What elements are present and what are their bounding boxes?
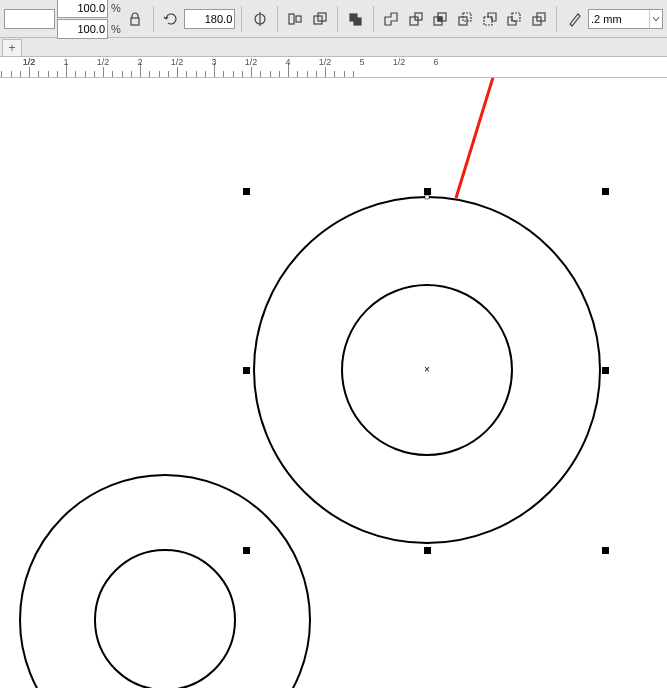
trim-icon — [408, 11, 424, 27]
intersect-button[interactable] — [429, 7, 452, 31]
order-button[interactable] — [309, 7, 332, 31]
selection-handle[interactable] — [602, 188, 609, 195]
simplify-icon — [457, 11, 473, 27]
svg-rect-4 — [296, 16, 301, 22]
chevron-down-icon — [652, 15, 660, 23]
group-icon — [347, 11, 363, 27]
front-minus-back-button[interactable] — [478, 7, 501, 31]
back-minus-front-button[interactable] — [503, 7, 526, 31]
mirror-horizontal-button[interactable] — [248, 7, 271, 31]
lock-ratio-button[interactable] — [124, 7, 147, 31]
selection-handle[interactable] — [602, 547, 609, 554]
horizontal-ruler: 11/221/231/241/251/261/21/2 — [0, 57, 667, 78]
rotation-icon-button[interactable] — [160, 7, 183, 31]
add-page-tab[interactable]: + — [2, 39, 22, 56]
create-boundary-button[interactable] — [528, 7, 551, 31]
rotate-icon — [163, 11, 179, 27]
selection-handle[interactable] — [424, 188, 431, 195]
selection-handle[interactable] — [424, 547, 431, 554]
svg-rect-16 — [484, 17, 492, 25]
trim-button[interactable] — [404, 7, 427, 31]
pen-icon — [567, 11, 583, 27]
order-icon — [312, 11, 328, 27]
svg-rect-9 — [410, 17, 418, 25]
intersect-icon — [432, 11, 448, 27]
drawing-canvas[interactable]: × — [0, 78, 667, 688]
svg-rect-8 — [354, 18, 361, 25]
svg-point-22 — [20, 475, 310, 688]
svg-rect-17 — [512, 13, 520, 21]
percent-label: % — [110, 23, 122, 35]
selection-handle[interactable] — [602, 367, 609, 374]
weld-button[interactable] — [380, 7, 403, 31]
svg-rect-3 — [289, 14, 294, 24]
simplify-button[interactable] — [454, 7, 477, 31]
position-field[interactable] — [4, 9, 55, 29]
boundary-icon — [531, 11, 547, 27]
svg-rect-13 — [438, 17, 442, 21]
svg-text:×: × — [424, 364, 430, 375]
svg-rect-0 — [131, 18, 139, 25]
weld-icon — [383, 11, 399, 27]
outline-width-dropdown[interactable] — [649, 10, 662, 28]
selection-handle[interactable] — [243, 547, 250, 554]
canvas-svg: × — [0, 78, 667, 688]
scale-group: % % — [57, 0, 122, 39]
lock-icon — [127, 11, 143, 27]
svg-point-23 — [95, 550, 235, 688]
page-tabs: + — [0, 38, 667, 57]
outline-pen-button[interactable] — [563, 7, 586, 31]
back-minus-front-icon — [506, 11, 522, 27]
outline-width-input[interactable] — [589, 11, 649, 27]
group-button[interactable] — [344, 7, 367, 31]
align-icon — [287, 11, 303, 27]
svg-rect-25 — [425, 195, 429, 199]
selection-handle[interactable] — [243, 188, 250, 195]
scale-y-input[interactable] — [57, 19, 108, 39]
align-distribute-button[interactable] — [284, 7, 307, 31]
property-bar: % % — [0, 0, 667, 38]
mirror-h-icon — [252, 11, 268, 27]
front-minus-back-icon — [482, 11, 498, 27]
scale-x-input[interactable] — [57, 0, 108, 18]
selection-handle[interactable] — [243, 367, 250, 374]
rotation-input[interactable] — [184, 9, 235, 29]
outline-width-field[interactable] — [588, 9, 663, 29]
percent-label: % — [110, 2, 122, 14]
